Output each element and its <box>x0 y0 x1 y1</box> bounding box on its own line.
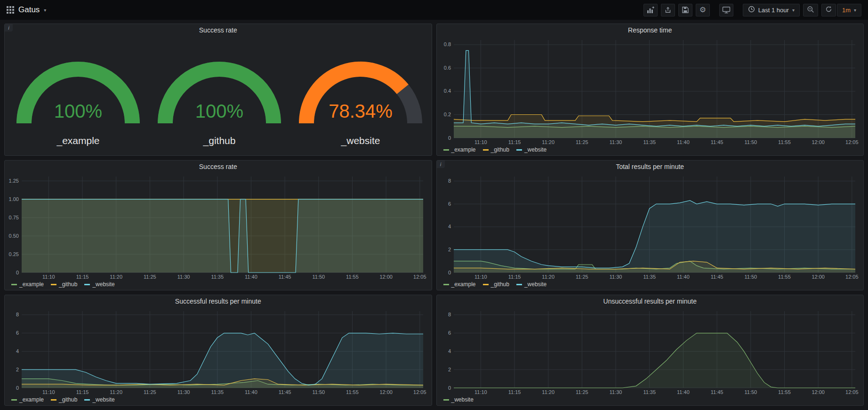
legend-swatch <box>51 399 56 401</box>
series-area-_website <box>454 201 855 273</box>
x-tick-label: 11:15 <box>76 389 89 395</box>
legend: _website <box>437 396 864 405</box>
legend-swatch <box>443 399 449 401</box>
x-tick-label: 11:35 <box>643 389 656 395</box>
unsuccessful-results-chart[interactable]: 0246811:1011:1511:2011:2511:3011:3511:40… <box>437 307 864 396</box>
legend-item-_website[interactable]: _website <box>84 396 114 403</box>
time-range-picker[interactable]: Last 1 hour ▾ <box>743 4 800 16</box>
success_rate-svg: 00.250.500.751.001.2511:1011:1511:2011:2… <box>5 173 432 281</box>
share-button[interactable] <box>661 4 675 16</box>
legend-item-_github[interactable]: _github <box>483 281 509 288</box>
gauge-svg: 100% <box>149 46 290 133</box>
dashboard-title[interactable]: Gatus <box>18 5 40 15</box>
legend-item-_example[interactable]: _example <box>11 396 44 403</box>
x-tick-label: 11:10 <box>474 389 487 395</box>
legend: _example_github_website <box>5 396 432 405</box>
dashboard: i Success rate 100%_example100%_github78… <box>0 20 868 410</box>
total-results-chart[interactable]: 0246811:1011:1511:2011:2511:3011:3511:40… <box>437 173 864 281</box>
y-tick-label: 4 <box>448 224 450 229</box>
legend-label: _github <box>491 146 509 153</box>
add-panel-button[interactable] <box>643 4 658 16</box>
legend-item-_website[interactable]: _website <box>443 396 474 403</box>
panel-title[interactable]: Success rate <box>5 24 432 36</box>
x-tick-label: 11:30 <box>609 389 622 395</box>
panel-title[interactable]: Successful results per minute <box>5 295 432 307</box>
x-tick-label: 11:40 <box>245 274 257 280</box>
panel-title[interactable]: Total results per minute <box>437 161 864 173</box>
y-tick-label: 0.75 <box>9 215 19 220</box>
y-tick-label: 0 <box>448 385 450 391</box>
refresh-icon <box>825 6 832 14</box>
legend-item-_website[interactable]: _website <box>84 281 114 288</box>
gear-icon: ⚙ <box>699 6 706 14</box>
refresh-button[interactable] <box>821 4 836 16</box>
y-tick-label: 0.6 <box>443 65 450 71</box>
gauge-svg: 100% <box>8 46 149 133</box>
y-tick-label: 6 <box>16 330 19 336</box>
legend-swatch <box>51 284 56 285</box>
y-tick-label: 1.00 <box>9 196 19 202</box>
y-tick-label: 0 <box>448 270 450 275</box>
legend-item-_github[interactable]: _github <box>51 281 77 288</box>
success-rate-chart[interactable]: 00.250.500.751.001.2511:1011:1511:2011:2… <box>5 173 432 281</box>
successful_results-svg: 0246811:1011:1511:2011:2511:3011:3511:40… <box>5 307 432 396</box>
panel-title[interactable]: Success rate <box>5 161 432 173</box>
x-tick-label: 11:40 <box>677 139 690 145</box>
panel-info-icon[interactable]: i <box>5 24 13 32</box>
legend-label: _website <box>92 281 114 288</box>
gauge-value: 100% <box>54 101 102 121</box>
legend-item-_example[interactable]: _example <box>443 281 476 288</box>
y-tick-label: 0.50 <box>9 233 19 239</box>
panel-success-rate-timeseries: Success rate 00.250.500.751.001.2511:101… <box>4 160 432 290</box>
x-tick-label: 11:10 <box>42 274 55 280</box>
series-area-_website <box>454 333 855 388</box>
x-tick-label: 11:10 <box>42 389 55 395</box>
x-tick-label: 11:45 <box>279 389 291 395</box>
legend-item-_website[interactable]: _website <box>516 281 547 288</box>
legend-label: _website <box>524 281 547 288</box>
x-tick-label: 11:55 <box>778 139 791 145</box>
legend-item-_github[interactable]: _github <box>51 396 77 403</box>
x-tick-label: 11:35 <box>211 389 224 395</box>
panel-title[interactable]: Response time <box>437 24 864 36</box>
refresh-interval-picker[interactable]: 1m ▾ <box>837 4 861 16</box>
panel-title[interactable]: Unsuccessful results per minute <box>437 295 864 307</box>
x-tick-label: 11:25 <box>144 274 156 280</box>
x-tick-label: 11:25 <box>144 389 156 395</box>
legend-item-_github[interactable]: _github <box>483 146 509 153</box>
tv-mode-button[interactable] <box>719 4 733 16</box>
y-tick-label: 2 <box>16 367 19 372</box>
legend-label: _github <box>59 396 77 403</box>
chevron-down-icon: ▾ <box>44 8 46 13</box>
x-tick-label: 11:50 <box>744 139 757 145</box>
legend-label: _website <box>524 146 547 153</box>
legend-item-_website[interactable]: _website <box>516 146 547 153</box>
x-tick-label: 12:05 <box>845 389 859 395</box>
legend-item-_example[interactable]: _example <box>443 146 476 153</box>
legend-item-_example[interactable]: _example <box>11 281 44 288</box>
response-time-chart[interactable]: 00.20.40.60.811:1011:1511:2011:2511:3011… <box>437 36 864 146</box>
dashboard-settings-button[interactable]: ⚙ <box>696 4 710 16</box>
legend-label: _example <box>19 396 44 403</box>
unsuccessful_results-svg: 0246811:1011:1511:2011:2511:3011:3511:40… <box>437 307 864 396</box>
x-tick-label: 11:20 <box>542 389 555 395</box>
legend-label: _example <box>451 146 476 153</box>
gauge-_example: 100%_example <box>8 46 149 146</box>
x-tick-label: 12:00 <box>379 389 393 395</box>
panel-info-icon[interactable]: i <box>437 161 445 168</box>
zoom-out-button[interactable] <box>803 4 818 16</box>
navbar-actions: ⚙ Last 1 hour ▾ 1m <box>643 4 861 16</box>
navbar-brand-group: Gatus ▾ <box>7 5 46 15</box>
dashboards-grid-icon[interactable] <box>7 6 14 14</box>
zoom-out-icon <box>807 6 814 15</box>
x-tick-label: 12:00 <box>812 274 825 280</box>
successful-results-chart[interactable]: 0246811:1011:1511:2011:2511:3011:3511:40… <box>5 307 432 396</box>
x-tick-label: 11:35 <box>643 139 656 145</box>
save-button[interactable] <box>678 4 692 16</box>
x-tick-label: 12:05 <box>413 389 426 395</box>
legend-swatch <box>11 284 17 285</box>
y-tick-label: 4 <box>448 348 450 354</box>
time-range-label: Last 1 hour <box>758 7 789 14</box>
legend-swatch <box>516 284 522 285</box>
x-tick-label: 11:40 <box>245 389 257 395</box>
